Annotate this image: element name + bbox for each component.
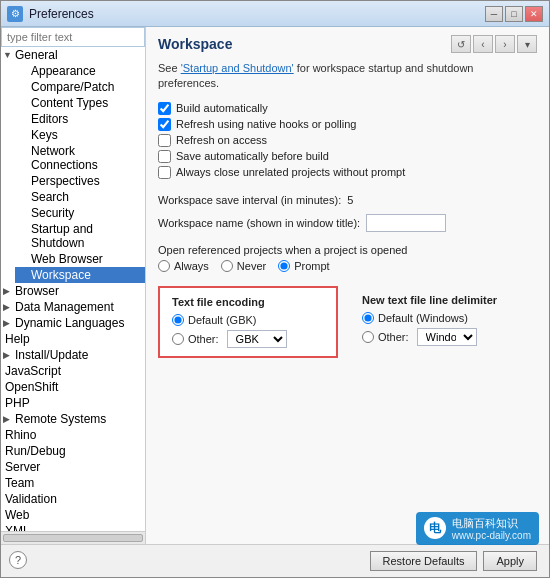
sidebar-item-keys[interactable]: Keys [15,127,145,143]
sidebar-item-dynamic-languages-label: Dynamic Languages [15,316,124,330]
sidebar-item-browser-label: Browser [15,284,59,298]
nav-next-button[interactable]: › [495,35,515,53]
radio-never-label: Never [237,260,266,272]
checkbox-save-before-build[interactable] [158,150,171,163]
watermark-text-block: 电脑百科知识 www.pc-daily.com [452,516,531,541]
encoding-default-radio[interactable] [172,314,184,326]
sidebar-item-startup-shutdown[interactable]: Startup and Shutdown [15,221,145,251]
checkbox-refresh-hooks[interactable] [158,118,171,131]
sidebar-item-install-update-label: Install/Update [15,348,88,362]
sidebar-item-web[interactable]: Web [1,507,145,523]
checkbox-build-auto[interactable] [158,102,171,115]
radio-never[interactable] [221,260,233,272]
checkbox-row-build-auto: Build automatically [158,102,537,115]
checkbox-refresh-hooks-label: Refresh using native hooks or polling [176,118,356,130]
left-panel: ▼ General Appearance Compare/Patch Conte… [1,27,146,544]
main-content: ▼ General Appearance Compare/Patch Conte… [1,27,549,544]
sidebar-item-content-types[interactable]: Content Types [15,95,145,111]
sidebar-item-validation[interactable]: Validation [1,491,145,507]
encoding-box: Text file encoding Default (GBK) Other: … [158,286,338,358]
encoding-default-label: Default (GBK) [188,314,256,326]
expand-icon-dynamic-languages: ▶ [3,318,15,328]
encoding-other-radio[interactable] [172,333,184,345]
tree-group-browser: ▶ Browser [1,283,145,299]
sidebar-item-php[interactable]: PHP [1,395,145,411]
tree-group-data-management: ▶ Data Management [1,299,145,315]
encoding-default-row: Default (GBK) [172,314,324,326]
title-buttons: ─ □ ✕ [485,6,543,22]
sidebar-item-dynamic-languages[interactable]: ▶ Dynamic Languages [1,315,145,331]
help-button[interactable]: ? [9,551,27,569]
watermark-logo: 电 [424,517,446,539]
scrollbar-area [1,531,145,544]
checkbox-refresh-access-label: Refresh on access [176,134,267,146]
panel-title: Workspace [158,36,232,52]
sidebar-item-general[interactable]: ▼ General [1,47,145,63]
radio-prompt[interactable] [278,260,290,272]
apply-button[interactable]: Apply [483,551,537,571]
sidebar-item-run-debug[interactable]: Run/Debug [1,443,145,459]
sidebar-item-openshift[interactable]: OpenShift [1,379,145,395]
nav-dropdown-button[interactable]: ▾ [517,35,537,53]
panel-header: Workspace ↺ ‹ › ▾ [158,35,537,53]
encoding-other-select[interactable]: GBK UTF-8 ISO-8859-1 [227,330,287,348]
tree-children-general: Appearance Compare/Patch Content Types E… [1,63,145,283]
checkbox-refresh-access[interactable] [158,134,171,147]
checkbox-close-unrelated[interactable] [158,166,171,179]
delimiter-other-select[interactable]: Windows Unix Mac [417,328,477,346]
sidebar-item-server[interactable]: Server [1,459,145,475]
right-panel-spacer [158,358,537,536]
restore-defaults-button[interactable]: Restore Defaults [370,551,478,571]
sidebar-item-browser[interactable]: ▶ Browser [1,283,145,299]
close-button[interactable]: ✕ [525,6,543,22]
nav-back-button[interactable]: ↺ [451,35,471,53]
radio-prompt-row: Prompt [278,260,329,272]
sidebar-item-search[interactable]: Search [15,189,145,205]
sidebar-item-install-update[interactable]: ▶ Install/Update [1,347,145,363]
checkbox-close-unrelated-label: Always close unrelated projects without … [176,166,405,178]
tree-container: ▼ General Appearance Compare/Patch Conte… [1,47,145,531]
sidebar-item-perspectives[interactable]: Perspectives [15,173,145,189]
delimiter-box: New text file line delimiter Default (Wi… [350,286,530,358]
radio-always-label: Always [174,260,209,272]
delimiter-other-radio[interactable] [362,331,374,343]
sidebar-item-rhino[interactable]: Rhino [1,427,145,443]
sidebar-item-security[interactable]: Security [15,205,145,221]
sidebar-item-data-management-label: Data Management [15,300,114,314]
tree-group-remote-systems: ▶ Remote Systems [1,411,145,427]
radio-always-row: Always [158,260,209,272]
encoding-other-row: Other: GBK UTF-8 ISO-8859-1 [172,330,324,348]
startup-shutdown-link[interactable]: 'Startup and Shutdown' [181,62,294,74]
encoding-other-label: Other: [188,333,219,345]
radio-always[interactable] [158,260,170,272]
sidebar-item-remote-systems[interactable]: ▶ Remote Systems [1,411,145,427]
checkbox-build-auto-label: Build automatically [176,102,268,114]
sidebar-item-workspace[interactable]: Workspace [15,267,145,283]
delimiter-box-title: New text file line delimiter [362,294,518,306]
delimiter-other-row: Other: Windows Unix Mac [362,328,518,346]
nav-forward-button[interactable]: ‹ [473,35,493,53]
sidebar-item-javascript[interactable]: JavaScript [1,363,145,379]
title-bar-left: ⚙ Preferences [7,6,94,22]
checkbox-row-refresh-access: Refresh on access [158,134,537,147]
sidebar-item-web-browser[interactable]: Web Browser [15,251,145,267]
workspace-name-input[interactable] [366,214,446,232]
sidebar-item-help[interactable]: Help [1,331,145,347]
scroll-track[interactable] [3,534,143,542]
delimiter-default-radio[interactable] [362,312,374,324]
sidebar-item-network-connections[interactable]: Network Connections [15,143,145,173]
sidebar-item-team[interactable]: Team [1,475,145,491]
sidebar-item-compare-patch[interactable]: Compare/Patch [15,79,145,95]
window-icon: ⚙ [7,6,23,22]
open-projects-label: Open referenced projects when a project … [158,244,537,256]
minimize-button[interactable]: ─ [485,6,503,22]
sidebar-item-xml[interactable]: XML [1,523,145,531]
sidebar-item-appearance[interactable]: Appearance [15,63,145,79]
filter-input[interactable] [1,27,145,47]
expand-icon-remote-systems: ▶ [3,414,15,424]
expand-icon-install-update: ▶ [3,350,15,360]
sidebar-item-editors[interactable]: Editors [15,111,145,127]
sidebar-item-data-management[interactable]: ▶ Data Management [1,299,145,315]
watermark-url: www.pc-daily.com [452,530,531,541]
restore-button[interactable]: □ [505,6,523,22]
